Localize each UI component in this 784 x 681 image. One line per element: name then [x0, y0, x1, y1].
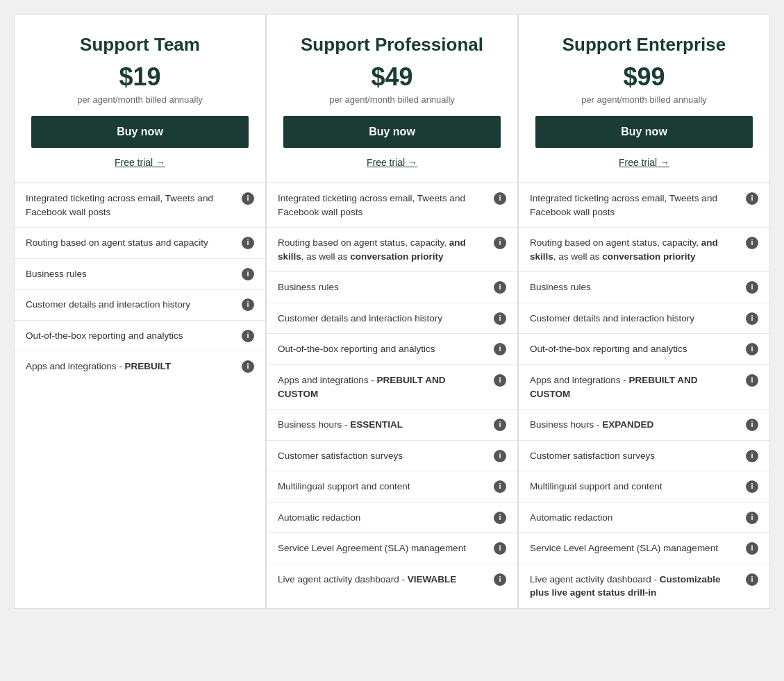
feature-row: Out-of-the-box reporting and analyticsi — [15, 321, 265, 352]
feature-text: Customer satisfaction surveys — [278, 449, 494, 463]
feature-text: Apps and integrations - PREBUILT AND CUS… — [278, 373, 494, 401]
info-icon[interactable]: i — [746, 542, 758, 555]
feature-text: Apps and integrations - PREBUILT AND CUS… — [530, 373, 746, 401]
feature-text: Routing based on agent status and capaci… — [26, 236, 242, 250]
feature-row: Apps and integrations - PREBUILT AND CUS… — [267, 365, 517, 410]
info-icon[interactable]: i — [494, 343, 506, 355]
free-trial-link-team[interactable]: Free trial — [115, 157, 165, 168]
features-list-enterprise: Integrated ticketing across email, Tweet… — [519, 183, 769, 608]
info-icon[interactable]: i — [746, 192, 758, 205]
feature-text: Routing based on agent status, capacity,… — [278, 236, 494, 263]
feature-text: Integrated ticketing across email, Tweet… — [26, 192, 242, 219]
info-icon[interactable]: i — [746, 374, 758, 387]
features-list-team: Integrated ticketing across email, Tweet… — [15, 183, 265, 608]
feature-text: Business hours - ESSENTIAL — [278, 418, 494, 432]
feature-row: Out-of-the-box reporting and analyticsi — [267, 334, 517, 365]
feature-text: Live agent activity dashboard - Customiz… — [530, 573, 746, 600]
info-icon[interactable]: i — [242, 330, 254, 342]
feature-text: Automatic redaction — [278, 511, 494, 525]
plan-header-team: Support Team$19per agent/month billed an… — [15, 15, 265, 183]
info-icon[interactable]: i — [494, 237, 506, 249]
feature-row: Customer details and interaction history… — [15, 289, 265, 321]
plan-price-team: $19 — [31, 62, 249, 92]
feature-row: Business rulesi — [519, 272, 769, 303]
plan-header-enterprise: Support Enterprise$99per agent/month bil… — [519, 15, 769, 183]
feature-text: Service Level Agreement (SLA) management — [530, 541, 746, 555]
feature-text: Live agent activity dashboard - VIEWABLE — [278, 573, 494, 587]
feature-row: Multilingual support and contenti — [519, 471, 769, 503]
feature-row: Live agent activity dashboard - VIEWABLE… — [267, 564, 517, 595]
info-icon[interactable]: i — [494, 374, 506, 387]
plan-billing-enterprise: per agent/month billed annually — [535, 94, 753, 105]
feature-text: Out-of-the-box reporting and analytics — [278, 342, 494, 356]
feature-row: Business hours - EXPANDEDi — [519, 410, 769, 441]
feature-text: Routing based on agent status, capacity,… — [530, 236, 746, 263]
info-icon[interactable]: i — [746, 312, 758, 325]
info-icon[interactable]: i — [494, 512, 506, 524]
feature-row: Business rulesi — [267, 272, 517, 303]
feature-text: Customer satisfaction surveys — [530, 449, 746, 463]
plan-price-professional: $49 — [283, 62, 501, 92]
feature-text: Out-of-the-box reporting and analytics — [530, 342, 746, 356]
plan-price-enterprise: $99 — [535, 62, 753, 92]
feature-row: Live agent activity dashboard - Customiz… — [519, 564, 769, 608]
plan-card-enterprise: Support Enterprise$99per agent/month bil… — [518, 14, 770, 609]
info-icon[interactable]: i — [746, 419, 758, 431]
info-icon[interactable]: i — [494, 281, 506, 294]
info-icon[interactable]: i — [746, 281, 758, 294]
pricing-grid: Support Team$19per agent/month billed an… — [14, 14, 770, 609]
free-trial-link-professional[interactable]: Free trial — [367, 157, 417, 168]
feature-row: Business hours - ESSENTIALi — [267, 410, 517, 441]
info-icon[interactable]: i — [494, 480, 506, 493]
feature-text: Customer details and interaction history — [530, 312, 746, 326]
info-icon[interactable]: i — [242, 360, 254, 373]
info-icon[interactable]: i — [746, 450, 758, 462]
info-icon[interactable]: i — [746, 512, 758, 524]
plan-billing-team: per agent/month billed annually — [31, 94, 249, 105]
info-icon[interactable]: i — [494, 312, 506, 325]
info-icon[interactable]: i — [242, 237, 254, 249]
buy-now-button-professional[interactable]: Buy now — [283, 116, 501, 148]
info-icon[interactable]: i — [242, 299, 254, 311]
feature-row: Apps and integrations - PREBUILTi — [15, 351, 265, 382]
feature-row: Customer satisfaction surveysi — [267, 441, 517, 472]
info-icon[interactable]: i — [746, 480, 758, 493]
features-list-professional: Integrated ticketing across email, Tweet… — [267, 183, 517, 608]
feature-text: Integrated ticketing across email, Tweet… — [530, 192, 746, 219]
feature-row: Routing based on agent status, capacity,… — [519, 228, 769, 272]
info-icon[interactable]: i — [746, 237, 758, 249]
info-icon[interactable]: i — [494, 542, 506, 555]
feature-text: Customer details and interaction history — [278, 312, 494, 326]
feature-text: Integrated ticketing across email, Tweet… — [278, 192, 494, 219]
info-icon[interactable]: i — [494, 192, 506, 205]
feature-text: Business rules — [26, 267, 242, 281]
feature-row: Out-of-the-box reporting and analyticsi — [519, 334, 769, 365]
feature-text: Service Level Agreement (SLA) management — [278, 541, 494, 555]
buy-now-button-enterprise[interactable]: Buy now — [535, 116, 753, 148]
plan-header-professional: Support Professional$49per agent/month b… — [267, 15, 517, 183]
free-trial-link-enterprise[interactable]: Free trial — [619, 157, 669, 168]
feature-row: Customer satisfaction surveysi — [519, 441, 769, 472]
info-icon[interactable]: i — [494, 573, 506, 586]
plan-card-team: Support Team$19per agent/month billed an… — [14, 14, 266, 609]
feature-text: Automatic redaction — [530, 511, 746, 525]
feature-row: Apps and integrations - PREBUILT AND CUS… — [519, 365, 769, 410]
plan-name-enterprise: Support Enterprise — [535, 34, 753, 56]
info-icon[interactable]: i — [494, 450, 506, 462]
info-icon[interactable]: i — [494, 419, 506, 431]
plan-name-professional: Support Professional — [283, 34, 501, 56]
feature-row: Routing based on agent status and capaci… — [15, 228, 265, 259]
feature-row: Routing based on agent status, capacity,… — [267, 228, 517, 272]
info-icon[interactable]: i — [746, 343, 758, 355]
info-icon[interactable]: i — [746, 573, 758, 586]
buy-now-button-team[interactable]: Buy now — [31, 116, 249, 148]
feature-row: Service Level Agreement (SLA) management… — [519, 533, 769, 564]
feature-text: Out-of-the-box reporting and analytics — [26, 329, 242, 343]
feature-row: Multilingual support and contenti — [267, 471, 517, 503]
feature-row: Integrated ticketing across email, Tweet… — [15, 183, 265, 228]
feature-text: Multilingual support and content — [530, 480, 746, 494]
feature-row: Integrated ticketing across email, Tweet… — [267, 183, 517, 228]
info-icon[interactable]: i — [242, 192, 254, 205]
info-icon[interactable]: i — [242, 268, 254, 280]
feature-row: Integrated ticketing across email, Tweet… — [519, 183, 769, 228]
